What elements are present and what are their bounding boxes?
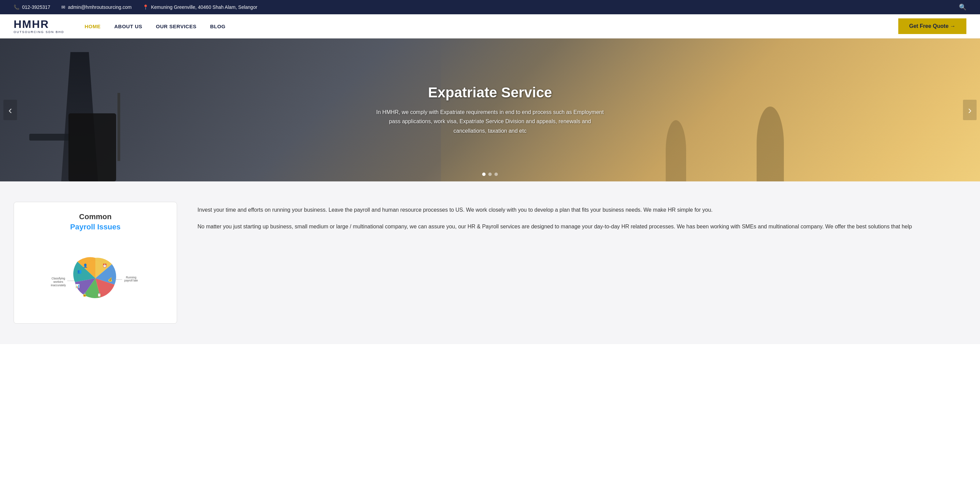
- hero-content: Expatriate Service In HMHR, we comply wi…: [368, 78, 612, 142]
- slider-prev[interactable]: ‹: [3, 100, 17, 120]
- infographic-subtitle: Payroll Issues: [70, 223, 121, 231]
- location-icon: 📍: [143, 5, 148, 10]
- svg-text:payroll late: payroll late: [124, 279, 138, 282]
- svg-text:workers: workers: [53, 281, 63, 284]
- svg-text:inaccurately: inaccurately: [51, 284, 66, 287]
- address-info: 📍 Kemuning Greenville, 40460 Shah Alam, …: [143, 5, 258, 10]
- svg-text:Running: Running: [126, 276, 137, 279]
- email-icon: ✉: [61, 5, 65, 10]
- phone-info: 📞 012-3925317: [14, 5, 50, 10]
- slider-dots: [482, 173, 498, 176]
- text-content: Invest your time and efforts on running …: [197, 202, 966, 239]
- hero-description: In HMHR, we comply with Expatriate requi…: [374, 108, 606, 135]
- svg-text:🔒: 🔒: [83, 292, 87, 297]
- luggage-handle: [118, 93, 120, 161]
- nav-home[interactable]: HOME: [85, 24, 101, 29]
- dot-3[interactable]: [495, 173, 498, 176]
- infographic-panel: Common Payroll Issues: [14, 202, 177, 324]
- svg-text:📊: 📊: [75, 284, 80, 288]
- nav-about[interactable]: ABOUT US: [115, 24, 142, 29]
- svg-text:💰: 💰: [108, 277, 113, 282]
- svg-text:👤: 👤: [83, 263, 88, 268]
- top-bar: 📞 012-3925317 ✉ admin@hmhroutsourcing.co…: [0, 0, 980, 14]
- email-info: ✉ admin@hmhroutsourcing.com: [61, 5, 132, 10]
- email-address: admin@hmhroutsourcing.com: [68, 5, 132, 10]
- logo[interactable]: HMHR OUTSOURCING SDN BHD: [14, 19, 64, 34]
- main-nav: HOME ABOUT US OUR SERVICES BLOG: [85, 24, 898, 29]
- chart-svg: 👤 ⏰ 💰 📋 🔒 📊 👥 Classifying workers inaccu…: [44, 238, 146, 313]
- phone-icon: 📞: [14, 5, 19, 10]
- search-icon[interactable]: 🔍: [959, 3, 966, 11]
- address-text: Kemuning Greenville, 40460 Shah Alam, Se…: [151, 5, 258, 10]
- nav-services[interactable]: OUR SERVICES: [156, 24, 196, 29]
- logo-main-text: HMHR: [14, 19, 64, 30]
- logo-sub-text: OUTSOURCING SDN BHD: [14, 30, 64, 34]
- svg-text:📋: 📋: [97, 293, 102, 297]
- figure-arm: [29, 134, 70, 141]
- nav-blog[interactable]: BLOG: [210, 24, 226, 29]
- infographic-title: Common: [79, 212, 111, 221]
- hero-slider: ‹ Expatriate Service In HMHR, we comply …: [0, 38, 980, 181]
- paragraph-1: Invest your time and efforts on running …: [197, 205, 966, 215]
- bg-figure-2: [666, 120, 686, 181]
- paragraph-2: No matter you just starting up business,…: [197, 222, 966, 232]
- header: HMHR OUTSOURCING SDN BHD HOME ABOUT US O…: [0, 14, 980, 38]
- slider-next[interactable]: ›: [963, 100, 977, 120]
- hero-title: Expatriate Service: [374, 84, 606, 101]
- svg-text:⏰: ⏰: [102, 263, 107, 268]
- bg-figure-1: [757, 106, 784, 181]
- cta-button[interactable]: Get Free Quote →: [898, 18, 966, 34]
- luggage-body: [68, 113, 116, 181]
- svg-text:👥: 👥: [77, 269, 82, 274]
- dot-1[interactable]: [482, 173, 485, 176]
- content-section: Common Payroll Issues: [0, 181, 980, 344]
- phone-number: 012-3925317: [22, 5, 50, 10]
- dot-2[interactable]: [488, 173, 492, 176]
- payroll-chart: 👤 ⏰ 💰 📋 🔒 📊 👥 Classifying workers inaccu…: [44, 238, 146, 313]
- svg-text:Classifying: Classifying: [51, 277, 65, 280]
